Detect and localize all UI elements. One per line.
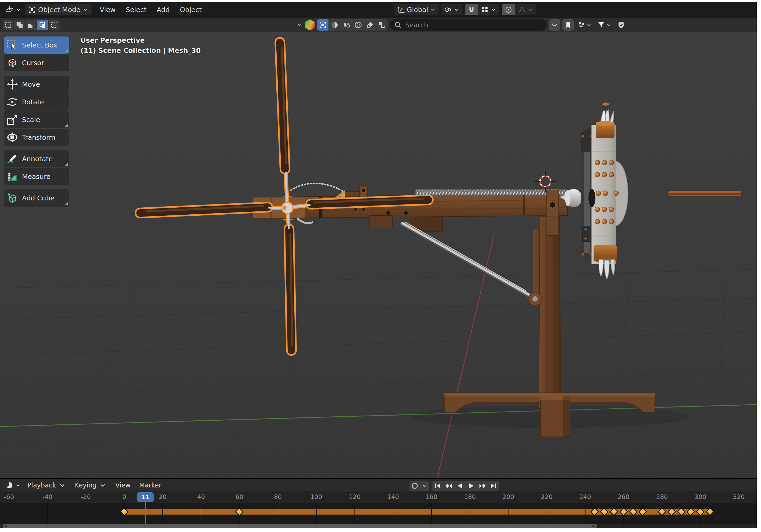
paint-drops-button[interactable] xyxy=(341,19,352,30)
proportional-editing-icon xyxy=(504,6,512,14)
jump-to-start-button[interactable] xyxy=(432,481,443,491)
tool-annotate[interactable]: Annotate xyxy=(4,150,69,167)
timeline-menu-marker[interactable]: Marker xyxy=(135,480,166,491)
tool-transform[interactable]: Transform xyxy=(4,129,69,146)
select-intersect-button[interactable] xyxy=(49,20,60,30)
matcap-sphere-button[interactable] xyxy=(329,19,340,30)
jump-to-prev-keyframe-button[interactable] xyxy=(443,481,454,491)
search-box[interactable] xyxy=(390,19,547,30)
timeline-editor-type-button[interactable] xyxy=(3,480,23,491)
collapse-chevron-icon[interactable] xyxy=(297,22,303,28)
object-mode-button[interactable] xyxy=(317,19,328,30)
playhead[interactable] xyxy=(145,502,146,524)
keyframe-diamond[interactable] xyxy=(658,507,667,516)
timeline-tracks[interactable] xyxy=(0,503,757,524)
search-input[interactable] xyxy=(405,21,543,29)
select-subtract-button[interactable] xyxy=(26,20,36,30)
keyframe-diamond[interactable] xyxy=(629,507,638,516)
scrollbar-thumb[interactable] xyxy=(3,524,597,528)
tool-scale[interactable]: Scale xyxy=(4,111,69,128)
mode-dropdown[interactable]: Object Mode xyxy=(25,4,91,15)
select-extend-button[interactable] xyxy=(14,20,25,30)
catapult-model[interactable] xyxy=(140,42,748,437)
keyframe-diamond[interactable] xyxy=(619,507,628,516)
keyframe-diamond[interactable] xyxy=(667,507,676,516)
keyframe-diamond[interactable] xyxy=(686,507,695,516)
pivot-point-dropdown[interactable] xyxy=(441,4,462,15)
bookmark-button[interactable] xyxy=(562,19,574,30)
tool-move[interactable]: Move xyxy=(4,76,69,93)
keyframe-diamond[interactable] xyxy=(235,507,244,516)
asset-shield-icon[interactable] xyxy=(305,19,315,30)
menu-view[interactable]: View xyxy=(95,4,120,15)
jump-to-end-button[interactable] xyxy=(488,481,499,491)
protect-button[interactable] xyxy=(615,19,627,30)
chevron-down-icon xyxy=(491,7,497,13)
subtool-indicator xyxy=(65,202,68,205)
rope[interactable] xyxy=(290,184,344,192)
auto-keying-toggle[interactable] xyxy=(409,481,420,491)
globe-button[interactable] xyxy=(353,19,364,30)
keyframe-diamond[interactable] xyxy=(590,507,599,516)
timeline-scrollbar[interactable] xyxy=(0,524,757,528)
proportional-falloff-dropdown[interactable] xyxy=(515,4,536,15)
tool-rotate[interactable]: Rotate xyxy=(4,93,69,110)
filter-funnel-icon xyxy=(597,21,605,29)
keyframe-diamond[interactable] xyxy=(638,507,647,516)
keyframe-diamond[interactable] xyxy=(120,507,129,516)
brush-button[interactable] xyxy=(364,19,376,30)
jump-to-next-keyframe-icon xyxy=(479,482,487,490)
support-strut[interactable] xyxy=(402,222,542,305)
play-reverse-button[interactable] xyxy=(454,481,465,491)
brush-icon xyxy=(366,21,374,29)
tool-label: Annotate xyxy=(22,155,53,163)
chevron-down-icon xyxy=(58,481,66,489)
tool-measure[interactable]: Measure xyxy=(4,168,69,185)
outliner-display-dropdown[interactable] xyxy=(576,19,594,30)
menu-add[interactable]: Add xyxy=(152,4,174,15)
winch-block[interactable] xyxy=(581,102,628,279)
curve-falloff-button[interactable] xyxy=(549,19,560,30)
bookmark-icon xyxy=(564,21,572,29)
3d-viewport[interactable]: User Perspective (11) Scene Collection |… xyxy=(0,32,757,478)
tool-cursor[interactable]: Cursor xyxy=(4,54,69,71)
keyframe-diamond[interactable] xyxy=(610,507,618,516)
filter-dropdown[interactable] xyxy=(596,19,614,30)
editor-type-button[interactable] xyxy=(2,4,25,15)
play-button[interactable] xyxy=(466,481,477,491)
projectile[interactable] xyxy=(668,191,748,196)
timeline-ruler[interactable]: 11 -60-40-200204060801001201401601802002… xyxy=(0,492,757,503)
menu-object[interactable]: Object xyxy=(175,4,206,15)
auto-keying-icon xyxy=(411,482,419,490)
annotate-icon xyxy=(6,153,18,165)
menu-select[interactable]: Select xyxy=(122,4,151,15)
chevron-down-icon xyxy=(99,481,107,489)
keyframe-diamond[interactable] xyxy=(600,507,609,516)
viewport-canvas[interactable] xyxy=(0,32,757,478)
arc-icon xyxy=(551,21,559,29)
timeline-menu-view[interactable]: View xyxy=(111,480,135,491)
timeline-menu-keying[interactable]: Keying xyxy=(71,480,111,491)
current-frame-indicator[interactable]: 11 xyxy=(137,492,154,502)
transform-orientation-dropdown[interactable]: Global xyxy=(394,4,439,15)
tool-select-box[interactable]: Select Box xyxy=(4,36,69,54)
snap-settings-dropdown[interactable] xyxy=(478,4,499,15)
winch-screw[interactable] xyxy=(415,189,567,195)
tool-add-cube[interactable]: Add Cube xyxy=(4,189,69,207)
ruler-label: 180 xyxy=(464,493,476,500)
select-invert-button[interactable] xyxy=(37,20,48,30)
auto-keying-dropdown[interactable] xyxy=(421,481,429,491)
select-set-button[interactable] xyxy=(3,20,13,30)
proportional-editing-toggle[interactable] xyxy=(502,4,515,15)
linked-copies-button[interactable] xyxy=(376,19,387,30)
chevron-down-icon xyxy=(83,7,88,13)
select-invert-icon xyxy=(39,21,47,29)
keyframe-diamond[interactable] xyxy=(696,507,705,516)
snap-toggle[interactable] xyxy=(465,4,478,15)
timeline-menu-playback[interactable]: Playback xyxy=(23,480,71,491)
select-extend-icon xyxy=(16,21,24,29)
jump-to-next-keyframe-button[interactable] xyxy=(477,481,488,491)
tool-label: Scale xyxy=(22,116,40,124)
keyframe-diamond[interactable] xyxy=(706,507,715,516)
keyframe-diamond[interactable] xyxy=(677,507,686,516)
